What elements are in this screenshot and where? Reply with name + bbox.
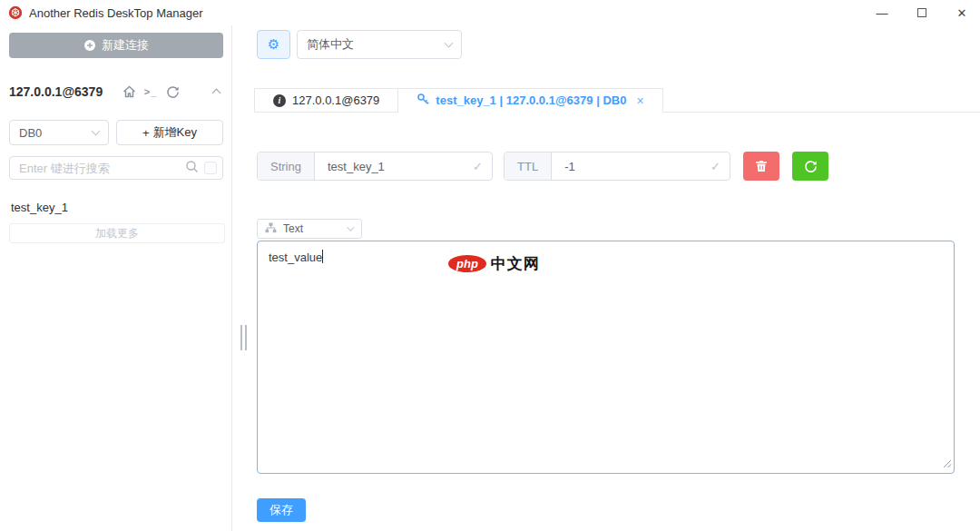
exact-search-checkbox[interactable]: [204, 162, 217, 174]
save-button[interactable]: 保存: [257, 498, 306, 522]
resize-grip[interactable]: [943, 457, 952, 471]
refresh-key-button[interactable]: [792, 152, 828, 181]
value-text: test_value: [269, 251, 322, 264]
tab-key-detail-label: test_key_1 | 127.0.0.1@6379 | DB0: [436, 93, 626, 107]
chevron-down-icon: [92, 127, 101, 136]
key-list-item[interactable]: test_key_1: [0, 196, 232, 220]
key-list: test_key_1: [0, 196, 232, 220]
key-search-box: [9, 156, 223, 180]
app-logo-icon: [8, 5, 23, 20]
plus-circle-icon: [83, 39, 96, 52]
splitter-handle[interactable]: [240, 325, 250, 350]
settings-button[interactable]: ⚙: [257, 30, 290, 59]
maximize-button[interactable]: [904, 0, 940, 25]
sidebar: 新建连接 127.0.0.1@6379 >_ DB0 + 新增Key: [0, 25, 232, 531]
collapse-chevron-icon[interactable]: [209, 84, 223, 99]
window-title: Another Redis DeskTop Manager: [29, 6, 203, 20]
load-more-button[interactable]: 加载更多: [9, 223, 225, 243]
db-select[interactable]: DB0: [9, 120, 109, 145]
maximize-icon: [917, 8, 926, 17]
title-bar: Another Redis DeskTop Manager — ✕: [0, 0, 980, 25]
tab-key-detail[interactable]: test_key_1 | 127.0.0.1@6379 | DB0 ×: [398, 88, 662, 113]
plus-icon: +: [142, 126, 150, 140]
text-caret: [322, 250, 323, 263]
watermark-logo: php 中文网: [448, 253, 540, 274]
tab-connection-label: 127.0.0.1@6379: [292, 93, 379, 107]
ttl-group: TTL ✓: [504, 152, 730, 181]
close-button[interactable]: ✕: [944, 0, 980, 25]
chevron-down-icon: [347, 223, 354, 231]
sitemap-icon: [265, 222, 277, 236]
terminal-icon[interactable]: >_: [143, 84, 158, 99]
key-icon: [416, 93, 429, 108]
main-panel: ⚙ 简体中文 i 127.0.0.1@6379 test_key_1 | 127…: [254, 25, 980, 531]
chevron-down-icon: [445, 39, 454, 48]
gear-icon: ⚙: [268, 36, 279, 53]
value-textarea[interactable]: test_value php 中文网: [257, 241, 955, 474]
search-icon: [185, 160, 199, 177]
key-type-label: String: [258, 152, 315, 180]
new-connection-button[interactable]: 新建连接: [9, 33, 223, 58]
ttl-label: TTL: [505, 152, 552, 180]
grid-view-icon[interactable]: [187, 84, 201, 99]
connection-row[interactable]: 127.0.0.1@6379 >_: [9, 82, 223, 102]
key-search-input[interactable]: [19, 162, 185, 175]
check-icon: ✓: [473, 152, 492, 180]
minimize-button[interactable]: —: [864, 0, 900, 25]
db-select-value: DB0: [19, 126, 42, 140]
refresh-icon: [804, 160, 818, 173]
language-select-value: 简体中文: [307, 36, 354, 53]
tab-bar: i 127.0.0.1@6379 test_key_1 | 127.0.0.1@…: [254, 88, 980, 113]
new-connection-label: 新建连接: [102, 37, 149, 54]
tab-close-icon[interactable]: ×: [636, 93, 643, 108]
key-detail-row: String ✓ TTL ✓: [257, 152, 980, 181]
home-icon[interactable]: [122, 84, 136, 99]
connection-name: 127.0.0.1@6379: [9, 84, 103, 99]
key-name-group: String ✓: [257, 152, 493, 181]
tab-connection[interactable]: i 127.0.0.1@6379: [254, 88, 398, 113]
refresh-icon[interactable]: [165, 84, 180, 99]
view-type-value: Text: [283, 222, 303, 235]
check-icon: ✓: [710, 152, 730, 180]
info-icon: i: [273, 94, 286, 107]
trash-icon: [755, 160, 768, 172]
add-key-label: 新增Key: [153, 124, 197, 141]
db-row: DB0 + 新增Key: [9, 120, 223, 145]
watermark-text: 中文网: [491, 253, 540, 274]
language-select[interactable]: 简体中文: [297, 30, 462, 59]
add-key-button[interactable]: + 新增Key: [116, 120, 223, 145]
ttl-input[interactable]: [552, 152, 710, 180]
view-type-select[interactable]: Text: [257, 219, 362, 239]
delete-key-button[interactable]: [743, 152, 779, 181]
watermark-badge: php: [448, 255, 486, 272]
key-name-input[interactable]: [315, 152, 473, 180]
